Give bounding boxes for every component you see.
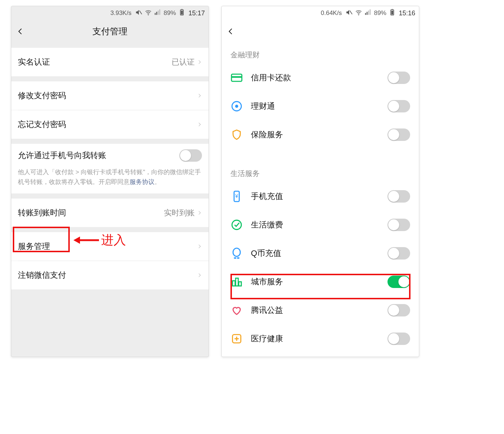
chevron-right-icon — [197, 209, 202, 217]
mute-icon — [345, 9, 353, 18]
service-agreement-link[interactable]: 服务协议 — [130, 178, 154, 185]
toggle[interactable] — [387, 72, 410, 84]
svg-text:¥: ¥ — [235, 193, 238, 199]
phone-topup-icon: ¥ — [230, 190, 243, 203]
svg-rect-31 — [236, 278, 238, 286]
service-label: Q币充值 — [251, 248, 387, 259]
service-row-health[interactable]: 医疗健康 — [222, 324, 419, 353]
service-row-charity[interactable]: 腾讯公益 — [222, 296, 419, 324]
signal-icon — [364, 9, 372, 18]
svg-point-1 — [148, 14, 149, 15]
service-row-topup[interactable]: ¥ 手机充值 — [222, 182, 419, 211]
wifi-icon — [145, 9, 152, 18]
battery-icon — [178, 9, 186, 18]
battery-percent: 89% — [374, 9, 386, 17]
clock: 15:16 — [399, 9, 415, 17]
svg-rect-14 — [367, 12, 368, 15]
mute-icon — [135, 9, 142, 18]
svg-rect-18 — [391, 11, 393, 15]
back-icon[interactable] — [16, 27, 24, 35]
service-row-insurance[interactable]: 保险服务 — [222, 120, 419, 149]
chevron-right-icon — [197, 92, 202, 100]
svg-rect-2 — [155, 13, 156, 15]
chevron-right-icon — [197, 120, 202, 128]
row-allow-phone-desc: 他人可进入「收付款 > 向银行卡或手机号转账"，向你的微信绑定手机号转账，收款将… — [11, 167, 209, 193]
bills-icon — [230, 219, 243, 231]
city-service-icon — [230, 276, 243, 288]
row-label: 实名认证 — [18, 57, 172, 68]
battery-icon — [389, 9, 396, 18]
svg-point-27 — [233, 248, 240, 257]
back-icon[interactable] — [227, 27, 235, 35]
toggle[interactable] — [387, 190, 410, 203]
statusbar-right: 0.64K/s 89% 15:16 — [222, 6, 419, 20]
row-label: 服务管理 — [18, 241, 197, 252]
row-label: 忘记支付密码 — [18, 119, 197, 130]
row-allow-phone-transfer[interactable]: 允许通过手机号向我转账 — [11, 144, 209, 167]
service-row-qcoin[interactable]: Q币充值 — [222, 239, 419, 268]
row-realname[interactable]: 实名认证 已认证 — [11, 48, 209, 76]
row-cancel-wechatpay[interactable]: 注销微信支付 — [11, 261, 209, 289]
service-label: 信用卡还款 — [251, 72, 387, 83]
row-label: 注销微信支付 — [18, 270, 197, 281]
navbar-right — [222, 20, 419, 43]
insurance-icon — [230, 128, 243, 141]
svg-rect-8 — [181, 9, 182, 9]
battery-percent: 89% — [164, 9, 176, 17]
chevron-right-icon — [197, 242, 202, 250]
licaitong-icon — [230, 100, 243, 112]
svg-rect-16 — [370, 9, 371, 15]
service-label: 生活缴费 — [251, 219, 387, 230]
svg-rect-15 — [368, 11, 369, 15]
signal-icon — [154, 9, 161, 18]
row-forgot-password[interactable]: 忘记支付密码 — [11, 110, 209, 139]
service-label: 手机充值 — [251, 191, 387, 202]
toggle-allow-phone[interactable] — [179, 149, 202, 162]
section-title-finance: 金融理财 — [222, 43, 419, 64]
service-label: 保险服务 — [251, 129, 387, 140]
navbar-left: 支付管理 — [11, 20, 209, 43]
clock: 15:17 — [188, 9, 205, 17]
service-row-credit[interactable]: 信用卡还款 — [222, 64, 419, 92]
service-row-city[interactable]: 城市服务 — [222, 268, 419, 296]
toggle[interactable] — [387, 304, 410, 316]
toggle[interactable] — [387, 128, 410, 141]
toggle[interactable] — [387, 219, 410, 231]
credit-card-icon — [230, 72, 243, 84]
row-label: 允许通过手机号向我转账 — [18, 150, 179, 161]
page-title: 支付管理 — [11, 26, 209, 37]
chevron-right-icon — [197, 271, 202, 279]
svg-rect-5 — [159, 9, 160, 15]
svg-rect-3 — [156, 12, 157, 15]
svg-rect-4 — [158, 11, 159, 15]
qcoin-icon — [230, 247, 243, 260]
phone-right: 0.64K/s 89% 15:16 金融理财 信用卡还款 理财通 保险服务 生活… — [221, 6, 419, 357]
toggle[interactable] — [387, 333, 410, 345]
service-row-licaitong[interactable]: 理财通 — [222, 92, 419, 120]
net-speed: 0.64K/s — [321, 9, 342, 17]
service-label: 城市服务 — [251, 276, 387, 287]
section-title-life: 生活服务 — [222, 161, 419, 182]
phone-left: 3.93K/s 89% 15:17 支付管理 实名认证 已认证 修改支付密码 忘… — [11, 6, 209, 357]
toggle[interactable] — [387, 247, 410, 260]
svg-rect-32 — [239, 282, 241, 286]
svg-point-23 — [235, 105, 238, 108]
row-label: 转账到账时间 — [18, 207, 164, 218]
statusbar-left: 3.93K/s 89% 15:17 — [11, 6, 209, 20]
svg-rect-13 — [365, 13, 366, 15]
wifi-icon — [355, 9, 362, 18]
toggle[interactable] — [387, 276, 410, 288]
health-icon — [230, 333, 243, 345]
svg-point-29 — [237, 257, 240, 259]
service-row-bills[interactable]: 生活缴费 — [222, 211, 419, 239]
toggle[interactable] — [387, 100, 410, 112]
svg-line-11 — [350, 11, 352, 14]
row-value: 实时到账 — [164, 208, 195, 218]
row-label: 修改支付密码 — [18, 90, 197, 101]
net-speed: 3.93K/s — [110, 9, 131, 17]
row-change-password[interactable]: 修改支付密码 — [11, 81, 209, 110]
row-arrive-time[interactable]: 转账到账时间 实时到账 — [11, 199, 209, 227]
svg-line-0 — [140, 11, 142, 14]
chevron-right-icon — [197, 58, 202, 66]
row-service-manage[interactable]: 服务管理 — [11, 232, 209, 261]
